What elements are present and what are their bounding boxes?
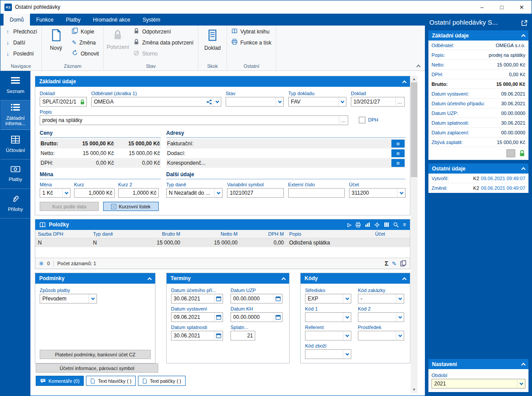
- datum-uzp-input[interactable]: 00.00.0000: [231, 294, 283, 303]
- ellipsis-button[interactable]: …: [339, 116, 348, 125]
- chevron-down-icon[interactable]: [396, 294, 404, 303]
- last-button[interactable]: ↓ Poslední: [2, 48, 40, 59]
- address-menu-button[interactable]: ≡: [391, 159, 405, 167]
- scrollbar-track[interactable]: [411, 82, 417, 386]
- doklad-input[interactable]: SPLAT/2021/1: [40, 97, 87, 107]
- odberatel-input[interactable]: OMEGA: [91, 97, 221, 107]
- datum-uctoniho-pripadu-input[interactable]: 30.06.2021: [171, 294, 223, 303]
- kurz2-input[interactable]: 1,0000 Kč: [118, 188, 159, 198]
- column-header-typ-dane[interactable]: Typ daně: [90, 230, 128, 238]
- referent-select[interactable]: [305, 331, 351, 340]
- splatnost-input[interactable]: 21: [231, 331, 255, 340]
- chevron-down-icon[interactable]: [396, 313, 404, 322]
- datum-splatnosti-input[interactable]: 30.06.2021: [171, 331, 223, 340]
- ostatni-udaje-card-header[interactable]: Ostatní údaje: [428, 163, 528, 174]
- jump-doklad-button[interactable]: Doklad: [200, 26, 225, 51]
- address-menu-button[interactable]: ≡: [391, 140, 405, 148]
- komentare-tab[interactable]: Komentáře (0): [36, 376, 84, 386]
- typ-dane-select[interactable]: N Nezařadit do ...: [166, 188, 223, 198]
- ribbon-collapse-button[interactable]: [414, 63, 422, 69]
- kod1-select[interactable]: [305, 312, 351, 322]
- change-button[interactable]: ✎ Změna: [69, 37, 102, 48]
- confirm-button[interactable]: Potvrzení: [105, 26, 130, 50]
- calendar-icon[interactable]: [214, 331, 223, 340]
- select-book-button[interactable]: Vybrat knihu: [228, 26, 275, 37]
- search-icon[interactable]: [393, 222, 399, 228]
- tab-platby[interactable]: Platby: [60, 14, 86, 26]
- maximize-button[interactable]: □: [492, 1, 512, 14]
- chevron-down-icon[interactable]: [517, 379, 525, 388]
- external-link-icon[interactable]: [521, 20, 528, 26]
- functions-print-button[interactable]: Funkce a tisk: [228, 37, 275, 48]
- print-icon[interactable]: [355, 222, 361, 228]
- run-icon[interactable]: ▷: [348, 222, 351, 228]
- datum-vystaveni-input[interactable]: 09.06.2021: [171, 312, 223, 322]
- gear-icon[interactable]: [374, 222, 380, 228]
- chevron-down-icon[interactable]: [397, 189, 405, 197]
- sum-icon[interactable]: Σ: [385, 260, 388, 267]
- status-box[interactable]: [506, 149, 515, 157]
- chevron-down-icon[interactable]: [343, 294, 351, 303]
- menu-icon[interactable]: ≡: [403, 222, 406, 228]
- chevron-down-icon[interactable]: [343, 313, 351, 322]
- datum-kh-input[interactable]: 00.00.0000: [231, 312, 283, 322]
- nastaveni-card-header[interactable]: Nastavení: [428, 359, 528, 369]
- mena-select[interactable]: 1 Kč: [40, 188, 71, 198]
- chevron-down-icon[interactable]: [343, 350, 351, 359]
- tab-domu[interactable]: Domů: [4, 14, 30, 26]
- column-header-sazba-dph[interactable]: Sazba DPH: [35, 230, 90, 238]
- sidebar-item-seznam[interactable]: Seznam: [0, 71, 30, 100]
- text-paticky-tab[interactable]: Text patičky ( ): [138, 376, 186, 386]
- tab-system[interactable]: Systém: [136, 14, 166, 26]
- zakladni-udaje-header[interactable]: Základní údaje: [35, 76, 410, 87]
- stredisko-select[interactable]: EXP: [305, 294, 351, 303]
- kurz-input[interactable]: 1,0000 Kč: [74, 188, 115, 198]
- columns-icon[interactable]: [384, 222, 389, 227]
- new-button[interactable]: Nový: [43, 26, 69, 51]
- chevron-down-icon[interactable]: [396, 331, 404, 340]
- address-menu-button[interactable]: ≡: [391, 149, 405, 157]
- unconfirm-button[interactable]: Odpotvrzení: [130, 26, 197, 37]
- kurz-podle-data-button[interactable]: Kurz podle data: [40, 202, 99, 211]
- calendar-icon[interactable]: [214, 294, 223, 303]
- tab-hromadne-akce[interactable]: Hromadné akce: [87, 14, 137, 26]
- prostredek-select[interactable]: [358, 331, 404, 340]
- platebni-podminky-button[interactable]: Platební podmínky, bankovní účet CZ: [40, 350, 151, 359]
- chart-icon[interactable]: [365, 222, 370, 227]
- chevron-down-icon[interactable]: [338, 97, 346, 106]
- ellipsis-button[interactable]: …: [395, 97, 404, 106]
- copy-button[interactable]: Kopie: [69, 26, 102, 37]
- scrollbar-down-button[interactable]: ▼: [411, 386, 417, 393]
- obdobi-select[interactable]: 2021: [432, 379, 525, 389]
- close-button[interactable]: ✕: [512, 1, 532, 14]
- chevron-down-icon[interactable]: [343, 331, 351, 340]
- chevron-down-icon[interactable]: [89, 294, 97, 303]
- column-header-popis[interactable]: Popis: [286, 230, 372, 238]
- popis-input[interactable]: prodej na splátky …: [40, 115, 348, 125]
- terminy-header[interactable]: Termíny: [167, 273, 289, 284]
- calendar-icon[interactable]: [214, 313, 223, 322]
- ucetni-informace-button[interactable]: Účetní informace, párovací symbol: [36, 363, 158, 373]
- relations-icon[interactable]: [206, 99, 212, 105]
- table-row[interactable]: N N 15 000,00 15 000,00 0,00 Odložená sp…: [35, 238, 410, 248]
- ucet-select[interactable]: 311200: [349, 188, 406, 198]
- copy-row-icon[interactable]: [400, 260, 406, 266]
- kurzovni-listek-button[interactable]: Kurzovní lístek: [103, 202, 159, 211]
- chevron-down-icon[interactable]: [213, 97, 221, 106]
- next-button[interactable]: ↓ Další: [2, 37, 40, 48]
- tab-funkce[interactable]: Funkce: [30, 14, 60, 26]
- scrollbar-thumb[interactable]: [411, 82, 417, 177]
- kod-zbozi-select[interactable]: [305, 349, 351, 359]
- chevron-down-icon[interactable]: [62, 189, 70, 197]
- externi-cislo-input[interactable]: [288, 188, 345, 198]
- dph-checkbox[interactable]: [359, 117, 365, 123]
- column-header-netto-m[interactable]: Netto M: [183, 230, 240, 238]
- minimize-button[interactable]: –: [472, 1, 492, 14]
- column-header-ucet[interactable]: Účet: [372, 230, 410, 238]
- previous-button[interactable]: ↑ Předchozí: [2, 26, 40, 37]
- stav-select[interactable]: [226, 97, 284, 107]
- pencil-icon[interactable]: ✎: [392, 260, 397, 267]
- text-hlavicky-tab[interactable]: Text hlavičky ( ): [86, 376, 136, 386]
- variabilni-symbol-input[interactable]: 10210027: [227, 188, 283, 198]
- podminky-header[interactable]: Podmínky: [35, 273, 155, 284]
